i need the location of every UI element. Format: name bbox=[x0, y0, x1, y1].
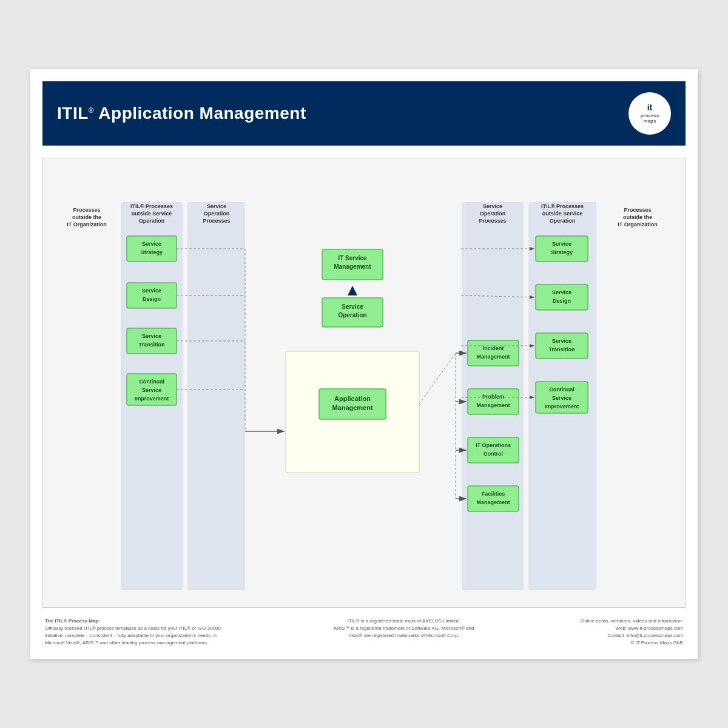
svg-text:Application: Application bbox=[334, 395, 371, 402]
problem-mgmt-box bbox=[468, 389, 519, 414]
svg-text:Management: Management bbox=[334, 263, 371, 270]
svg-text:Service: Service bbox=[142, 333, 161, 339]
service-strategy-left-box bbox=[127, 236, 177, 261]
svg-text:outside Service: outside Service bbox=[132, 211, 172, 217]
footer-left-title: The ITIL® Process Map: bbox=[45, 618, 100, 624]
footer-left-body: Officially licensed ITIL® process templa… bbox=[45, 625, 221, 645]
svg-text:Problem: Problem bbox=[482, 394, 504, 400]
logo-process: process bbox=[641, 113, 659, 119]
logo-badge: it process maps bbox=[629, 92, 671, 135]
svg-text:Service: Service bbox=[142, 387, 161, 393]
svg-text:Management: Management bbox=[332, 404, 373, 411]
svg-text:Continual: Continual bbox=[139, 379, 164, 385]
svg-text:Service: Service bbox=[552, 289, 571, 295]
service-operation-box bbox=[322, 298, 383, 327]
continual-improvement-right-box bbox=[536, 382, 588, 413]
service-design-right-box bbox=[536, 285, 588, 310]
logo-maps: maps bbox=[644, 118, 656, 124]
svg-text:Strategy: Strategy bbox=[141, 249, 163, 255]
svg-text:Strategy: Strategy bbox=[551, 249, 573, 255]
col-header-itil-right: ITIL® Processes bbox=[541, 203, 584, 209]
svg-text:Incident: Incident bbox=[483, 345, 504, 351]
svg-text:Operation: Operation bbox=[139, 218, 165, 224]
page-wrapper: ITIL® Application Management it process … bbox=[30, 69, 698, 659]
svg-text:Operation: Operation bbox=[480, 211, 506, 217]
footer-center-line3: Visio® are registered trademarks of Micr… bbox=[348, 633, 459, 638]
svg-text:Design: Design bbox=[553, 298, 571, 304]
svg-text:outside Service: outside Service bbox=[542, 211, 583, 217]
arrow-up-indicator bbox=[348, 286, 357, 295]
svg-text:Facilities: Facilities bbox=[482, 491, 505, 497]
footer-center-line1: ITIL® is a registered trade mark of AXEL… bbox=[348, 618, 460, 624]
lane-itil-right-bg bbox=[528, 202, 596, 590]
svg-text:Management: Management bbox=[476, 499, 510, 505]
service-strategy-right-box bbox=[536, 236, 588, 261]
lane-itil-left-bg bbox=[121, 202, 183, 590]
svg-text:IT Operations: IT Operations bbox=[476, 442, 511, 448]
svg-text:Transition: Transition bbox=[138, 342, 164, 348]
svg-text:Service: Service bbox=[142, 288, 161, 294]
diagram-svg: Processes outside the IT Organization IT… bbox=[49, 164, 679, 601]
svg-text:Control: Control bbox=[484, 451, 503, 457]
app-mgmt-container bbox=[286, 351, 419, 473]
it-service-mgmt-box bbox=[322, 249, 383, 280]
service-design-left-box bbox=[127, 283, 177, 308]
app-to-so-connector bbox=[419, 353, 456, 404]
svg-text:outside the: outside the bbox=[72, 214, 101, 220]
lane-sop-right-bg bbox=[462, 202, 524, 590]
footer-right-contact: Contact: info@it-processmaps.com bbox=[607, 633, 683, 638]
col-header-outer-right: Processes bbox=[624, 207, 651, 213]
header-title: ITIL® Application Management bbox=[57, 104, 306, 123]
facilities-mgmt-box bbox=[468, 486, 519, 511]
svg-text:Operation: Operation bbox=[204, 211, 230, 217]
footer-center-line2: ARIS™ is a registered trademark of Softw… bbox=[334, 625, 474, 631]
svg-text:IT Organization: IT Organization bbox=[618, 221, 658, 228]
footer-right-copy: © IT Process Maps GbR bbox=[630, 640, 683, 645]
col-header-outer-left: Processes bbox=[73, 207, 100, 213]
service-transition-left-box bbox=[127, 328, 177, 354]
service-transition-right-box bbox=[536, 333, 588, 359]
incident-mgmt-box bbox=[468, 340, 519, 366]
svg-text:IT Service: IT Service bbox=[338, 255, 367, 261]
it-ops-control-box bbox=[468, 437, 519, 463]
svg-text:Continual: Continual bbox=[549, 386, 575, 393]
svg-text:Management: Management bbox=[476, 354, 510, 360]
col-header-itil-left: ITIL® Processes bbox=[130, 203, 173, 209]
footer: The ITIL® Process Map: Officially licens… bbox=[42, 618, 686, 647]
svg-text:Service: Service bbox=[552, 338, 571, 344]
svg-text:IT Organization: IT Organization bbox=[67, 221, 107, 228]
col-header-sop-right: Service bbox=[483, 203, 502, 209]
continual-improvement-left-box bbox=[127, 374, 177, 405]
footer-right: Online demo, webinars, videos and inform… bbox=[581, 618, 683, 647]
svg-text:outside the: outside the bbox=[623, 214, 652, 220]
footer-right-title: Online demo, webinars, videos and inform… bbox=[581, 618, 683, 624]
svg-text:Service: Service bbox=[552, 241, 571, 247]
header-bar: ITIL® Application Management it process … bbox=[42, 81, 686, 146]
diagram-area: Processes outside the IT Organization IT… bbox=[42, 158, 686, 608]
svg-text:Processes: Processes bbox=[203, 218, 230, 224]
svg-text:Management: Management bbox=[476, 402, 510, 408]
col-header-sop-left: Service bbox=[207, 203, 226, 209]
footer-left: The ITIL® Process Map: Officially licens… bbox=[45, 618, 227, 647]
footer-center: ITIL® is a registered trade mark of AXEL… bbox=[334, 618, 474, 647]
svg-text:Operation: Operation bbox=[338, 312, 366, 318]
logo-it: it bbox=[647, 103, 653, 113]
svg-text:Operation: Operation bbox=[550, 218, 576, 224]
svg-text:Service: Service bbox=[142, 241, 161, 247]
svg-text:Improvement: Improvement bbox=[545, 403, 579, 410]
subtitle-label: Application Management bbox=[98, 104, 306, 123]
itil-label: ITIL bbox=[57, 104, 89, 123]
svg-text:Processes: Processes bbox=[479, 218, 506, 224]
svg-text:Transition: Transition bbox=[548, 346, 575, 352]
dashed-design-right bbox=[461, 295, 534, 297]
lane-sop-left-bg bbox=[187, 202, 245, 590]
svg-text:Design: Design bbox=[143, 296, 161, 302]
svg-text:Improvement: Improvement bbox=[135, 396, 169, 402]
app-mgmt-box bbox=[319, 389, 386, 419]
footer-right-web: Web: www.it-processmaps.com bbox=[616, 625, 683, 631]
svg-text:Service: Service bbox=[342, 303, 363, 310]
registered-mark: ® bbox=[89, 106, 94, 115]
svg-text:Service: Service bbox=[552, 395, 571, 401]
